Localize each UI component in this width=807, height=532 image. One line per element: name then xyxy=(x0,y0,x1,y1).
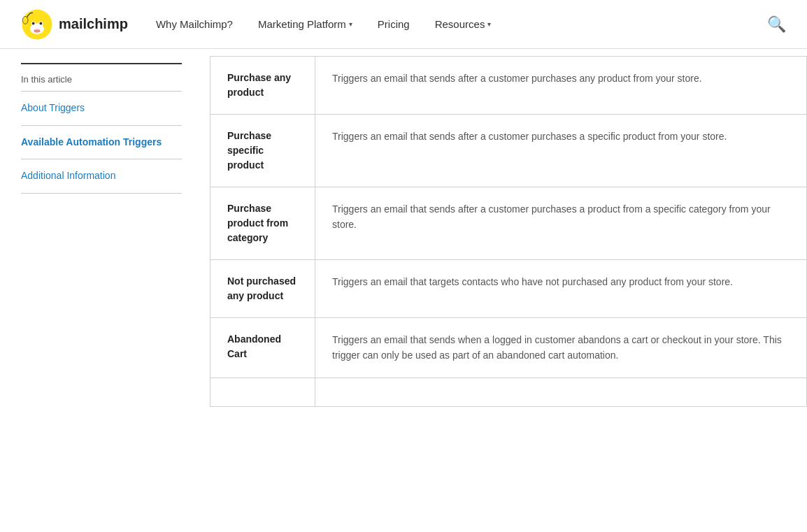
sidebar: In this article About Triggers Available… xyxy=(0,49,210,532)
brand-name: mailchimp xyxy=(59,16,128,32)
table-row: Not purchased any product Triggers an em… xyxy=(210,260,807,318)
table-row: Abandoned Cart Triggers an email that se… xyxy=(210,318,807,378)
sidebar-link-additional-info[interactable]: Additional Information xyxy=(21,169,182,183)
sidebar-divider-1 xyxy=(21,91,182,92)
sidebar-link-about-triggers[interactable]: About Triggers xyxy=(21,101,182,115)
trigger-name-cell: Abandoned Cart xyxy=(210,318,315,378)
trigger-desc-cell: Triggers an email that sends when a logg… xyxy=(315,318,807,378)
nav-resources[interactable]: Resources ▾ xyxy=(435,18,492,30)
svg-point-5 xyxy=(39,22,42,24)
nav-why-mailchimp[interactable]: Why Mailchimp? xyxy=(156,18,233,30)
svg-point-4 xyxy=(32,22,35,24)
trigger-name-cell: Not purchased any product xyxy=(210,260,315,318)
nav-pricing[interactable]: Pricing xyxy=(378,18,410,30)
sidebar-divider-3 xyxy=(21,159,182,159)
svg-point-6 xyxy=(34,29,40,32)
sidebar-divider-2 xyxy=(21,125,182,126)
trigger-desc-cell: Triggers an email that sends after a cus… xyxy=(315,57,807,115)
table-row xyxy=(210,378,807,406)
trigger-desc-cell xyxy=(315,378,807,406)
in-this-article-label: In this article xyxy=(21,74,72,85)
trigger-name-cell: Purchase any product xyxy=(210,57,315,115)
table-row: Purchase product from category Triggers … xyxy=(210,187,807,260)
table-row: Purchase any product Triggers an email t… xyxy=(210,57,807,115)
table-row: Purchase specific product Triggers an em… xyxy=(210,115,807,187)
trigger-desc-cell: Triggers an email that targets contacts … xyxy=(315,260,807,318)
chevron-down-icon: ▾ xyxy=(349,20,352,28)
mailchimp-logo xyxy=(21,8,53,41)
nav-marketing-platform[interactable]: Marketing Platform ▾ xyxy=(258,18,352,30)
main-content: Purchase any product Triggers an email t… xyxy=(210,49,807,532)
trigger-name-cell: Purchase product from category xyxy=(210,187,315,260)
navbar: mailchimp Why Mailchimp? Marketing Platf… xyxy=(0,0,807,49)
nav-links: Why Mailchimp? Marketing Platform ▾ Pric… xyxy=(156,18,767,30)
search-button[interactable]: 🔍 xyxy=(767,15,786,34)
search-icon: 🔍 xyxy=(767,15,786,33)
trigger-name-cell xyxy=(210,378,315,406)
chevron-down-icon: ▾ xyxy=(487,20,491,28)
trigger-desc-cell: Triggers an email that sends after a cus… xyxy=(315,187,807,260)
trigger-desc-cell: Triggers an email that sends after a cus… xyxy=(315,115,807,187)
triggers-table: Purchase any product Triggers an email t… xyxy=(210,56,807,407)
sidebar-divider-4 xyxy=(21,193,182,194)
logo-area[interactable]: mailchimp xyxy=(21,8,128,41)
sidebar-top-divider xyxy=(21,63,182,64)
sidebar-link-available-triggers[interactable]: Available Automation Triggers xyxy=(21,136,182,150)
svg-point-7 xyxy=(22,16,28,24)
trigger-name-cell: Purchase specific product xyxy=(210,115,315,187)
page-layout: In this article About Triggers Available… xyxy=(0,49,807,532)
